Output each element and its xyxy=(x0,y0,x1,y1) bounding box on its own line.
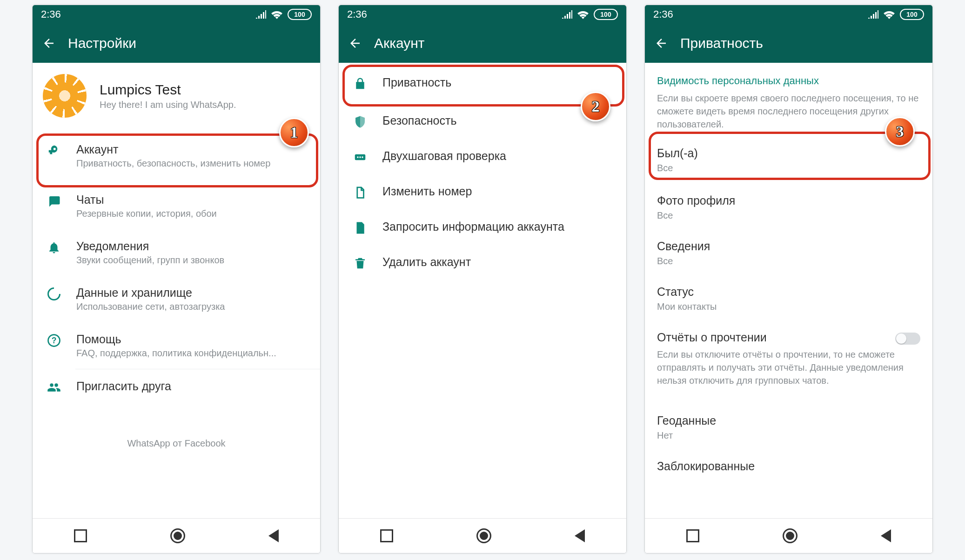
trash-icon xyxy=(352,256,369,270)
item-sub: Использование сети, автозагрузка xyxy=(76,301,307,312)
home-icon[interactable] xyxy=(476,528,491,543)
signal-icon xyxy=(255,10,266,19)
phone-privacy: 2:36 100 Приватность Видимость персональ… xyxy=(644,5,933,553)
account-item-change-number[interactable]: Изменить номер xyxy=(339,174,626,210)
svg-point-3 xyxy=(357,156,359,158)
item-title: Сведения xyxy=(657,240,920,253)
account-item-security[interactable]: Безопасность xyxy=(339,104,626,139)
key-icon xyxy=(46,144,62,158)
signal-icon xyxy=(561,10,572,19)
back-icon[interactable] xyxy=(41,35,57,51)
item-sub: Все xyxy=(657,163,920,173)
battery-icon: 100 xyxy=(900,9,924,20)
account-item-twostep[interactable]: Двухшаговая проверка xyxy=(339,139,626,174)
item-title: Безопасность xyxy=(382,114,613,127)
svg-text:?: ? xyxy=(52,336,57,345)
item-title: Удалить аккаунт xyxy=(382,255,613,269)
item-title: Запросить информацию аккаунта xyxy=(382,220,613,233)
item-title: Данные и хранилище xyxy=(76,286,307,300)
privacy-item-readreceipts[interactable]: Отчёты о прочтении Если вы отключите отч… xyxy=(645,321,932,396)
recent-apps-icon[interactable] xyxy=(74,529,87,542)
appbar: Приватность xyxy=(645,24,932,63)
profile-row[interactable]: Lumpics Test Hey there! I am using Whats… xyxy=(33,63,320,129)
item-sub: Нет xyxy=(657,430,920,441)
item-title: Заблокированные xyxy=(657,460,920,473)
privacy-section-header: Видимость персональных данных xyxy=(645,63,932,92)
home-icon[interactable] xyxy=(783,528,797,543)
sim-icon xyxy=(352,186,369,200)
account-item-request[interactable]: Запросить информацию аккаунта xyxy=(339,210,626,245)
settings-item-chats[interactable]: Чаты Резервные копии, история, обои xyxy=(33,183,320,229)
toggle-switch[interactable] xyxy=(895,333,920,345)
back-icon[interactable] xyxy=(653,35,669,51)
profile-name: Lumpics Test xyxy=(100,82,236,98)
settings-item-account[interactable]: Аккаунт Приватность, безопасность, измен… xyxy=(33,129,320,183)
account-item-delete[interactable]: Удалить аккаунт xyxy=(339,245,626,280)
item-sub: Звуки сообщений, групп и звонков xyxy=(76,255,307,266)
data-icon xyxy=(46,287,62,301)
android-navbar xyxy=(339,518,626,553)
item-sub: Все xyxy=(657,256,920,267)
settings-item-data[interactable]: Данные и хранилище Использование сети, а… xyxy=(33,276,320,322)
avatar xyxy=(43,74,87,118)
appbar-title: Приватность xyxy=(680,35,763,51)
back-icon[interactable] xyxy=(347,35,363,51)
settings-item-notifications[interactable]: Уведомления Звуки сообщений, групп и зво… xyxy=(33,229,320,276)
privacy-item-location[interactable]: Геоданные Нет xyxy=(645,405,932,450)
settings-item-help[interactable]: ? Помощь FAQ, поддержка, политика конфид… xyxy=(33,322,320,369)
phone-account: 2:36 100 Аккаунт Приватность Безопасност… xyxy=(338,5,627,553)
wifi-icon xyxy=(883,10,895,19)
android-navbar xyxy=(645,518,932,553)
appbar-title: Аккаунт xyxy=(374,35,425,51)
appbar: Аккаунт xyxy=(339,24,626,63)
appbar: Настройки xyxy=(33,24,320,63)
item-title: Пригласить друга xyxy=(76,380,307,393)
invite-icon xyxy=(46,380,62,394)
item-title: Аккаунт xyxy=(76,143,307,156)
home-icon[interactable] xyxy=(170,528,185,543)
phone-settings: 2:36 100 Настройки Lumpics Test xyxy=(32,5,321,553)
status-time: 2:36 xyxy=(347,8,367,20)
recent-apps-icon[interactable] xyxy=(380,529,393,542)
help-icon: ? xyxy=(46,333,62,347)
android-navbar xyxy=(33,518,320,553)
item-title: Отчёты о прочтении xyxy=(657,331,920,344)
item-sub: Все xyxy=(657,210,920,221)
privacy-item-photo[interactable]: Фото профиля Все xyxy=(645,185,932,230)
item-sub: Резервные копии, история, обои xyxy=(76,208,307,219)
item-title: Был(-а) xyxy=(657,147,920,160)
footer-note: WhatsApp от Facebook xyxy=(33,438,320,449)
svg-point-4 xyxy=(359,156,361,158)
item-title: Уведомления xyxy=(76,240,307,253)
twostep-icon xyxy=(352,150,369,164)
wifi-icon xyxy=(271,10,283,19)
back-nav-icon[interactable] xyxy=(575,529,585,542)
back-nav-icon[interactable] xyxy=(268,529,279,542)
item-sub: Приватность, безопасность, изменить номе… xyxy=(76,158,307,169)
item-title: Приватность xyxy=(382,76,613,89)
status-time: 2:36 xyxy=(41,8,61,20)
status-bar: 2:36 100 xyxy=(645,5,932,24)
tutorial-canvas: 2:36 100 Настройки Lumpics Test xyxy=(0,0,965,560)
privacy-item-blocked[interactable]: Заблокированные xyxy=(645,450,932,482)
privacy-item-status[interactable]: Статус Мои контакты xyxy=(645,276,932,321)
item-sub: FAQ, поддержка, политика конфиденциальн.… xyxy=(76,348,307,359)
account-item-privacy[interactable]: Приватность xyxy=(339,63,626,104)
privacy-section-desc: Если вы скроете время своего последнего … xyxy=(645,92,932,135)
chat-icon xyxy=(46,194,62,208)
doc-icon xyxy=(352,221,369,235)
privacy-item-about[interactable]: Сведения Все xyxy=(645,230,932,276)
status-time: 2:36 xyxy=(653,8,673,20)
item-title: Геоданные xyxy=(657,414,920,427)
battery-icon: 100 xyxy=(594,9,618,20)
privacy-item-lastseen[interactable]: Был(-а) Все xyxy=(645,135,932,185)
appbar-title: Настройки xyxy=(68,35,136,51)
profile-status: Hey there! I am using WhatsApp. xyxy=(100,100,236,110)
shield-icon xyxy=(352,115,369,129)
settings-item-invite[interactable]: Пригласить друга xyxy=(33,369,320,405)
item-title: Фото профиля xyxy=(657,194,920,207)
recent-apps-icon[interactable] xyxy=(686,529,699,542)
item-note: Если вы отключите отчёты о прочтении, то… xyxy=(657,348,920,387)
back-nav-icon[interactable] xyxy=(881,529,891,542)
item-sub: Мои контакты xyxy=(657,301,920,312)
